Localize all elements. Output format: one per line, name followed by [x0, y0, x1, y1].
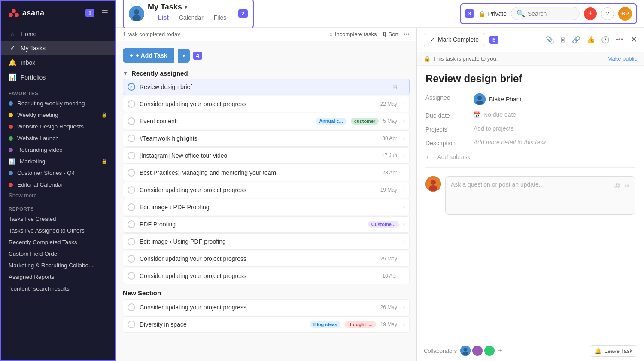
comment-input-row: Ask a question or post an update... @ ☺: [425, 176, 635, 215]
task-check-circle-2[interactable]: [128, 100, 135, 108]
bell-leave-icon: 🔔: [595, 348, 601, 354]
make-public-button[interactable]: Make public: [608, 55, 637, 62]
svg-point-10: [431, 180, 436, 185]
task-check-circle-13[interactable]: [128, 303, 135, 311]
sidebar-item-home[interactable]: ⌂ Home: [1, 27, 115, 41]
search-input[interactable]: [528, 10, 574, 17]
chevron-down-icon[interactable]: ▾: [185, 4, 187, 10]
main-content: My Tasks ▾ List Calendar Files 2 3 🔒 Pri…: [116, 0, 644, 361]
report-custom-field[interactable]: Custom Field Order: [1, 248, 115, 260]
fav-item-recruiting[interactable]: Recruiting weekly meeting: [1, 98, 115, 109]
add-to-projects-button[interactable]: Add to projects: [474, 125, 513, 132]
task-check-circle-10[interactable]: [128, 238, 135, 245]
task-row-pdf-proofing[interactable]: PDF Proofing Custome... ›: [123, 216, 410, 233]
thumbs-up-icon[interactable]: 👍: [586, 36, 595, 44]
task-row-review-design-brief[interactable]: ✓ Review design brief ⊞ ›: [123, 79, 410, 95]
task-check-circle-8[interactable]: [128, 203, 135, 211]
task-date: 16 Apr: [382, 273, 397, 279]
add-task-button[interactable]: + + Add Task: [123, 48, 174, 63]
task-row-consider-updating-2[interactable]: Consider updating your project progress …: [123, 182, 410, 198]
description-field[interactable]: Add more detail to this task...: [474, 139, 551, 146]
sort-button[interactable]: ⇅ Sort: [382, 31, 399, 37]
task-row-new-consider-updating[interactable]: Consider updating your project progress …: [123, 299, 410, 315]
detail-description-row: Description Add more detail to this task…: [425, 139, 635, 147]
task-row-instagram[interactable]: [Instagram] New office tour video 17 Jun…: [123, 147, 410, 164]
add-button[interactable]: +: [584, 7, 597, 20]
detail-badge-5: 5: [489, 36, 498, 44]
report-assigned-reports[interactable]: Assigned Reports: [1, 271, 115, 283]
report-recently-completed[interactable]: Recently Completed Tasks: [1, 236, 115, 248]
task-check-circle-5[interactable]: [128, 152, 135, 159]
task-row-edit-image-using-pdf[interactable]: Edit image ‹ Using PDF proofing ›: [123, 233, 410, 250]
task-check-circle[interactable]: ✓: [128, 83, 135, 91]
help-button[interactable]: ?: [601, 7, 614, 20]
fav-item-marketing[interactable]: 📊 Marketing 🔒: [1, 156, 115, 167]
task-row-event-content[interactable]: Event content: Annual c... customer 5 Ma…: [123, 113, 410, 129]
attachment-icon[interactable]: 📎: [546, 36, 554, 44]
task-date: 5 May: [383, 118, 397, 124]
report-content-search[interactable]: "content" search results: [1, 283, 115, 294]
task-check-circle-11[interactable]: [128, 255, 135, 263]
task-check-circle-12[interactable]: [128, 272, 135, 280]
recently-assigned-label: Recently assigned: [131, 70, 188, 77]
sidebar-item-mytasks[interactable]: ✓ My Tasks: [1, 41, 115, 55]
task-row-edit-image-pdf[interactable]: Edit image ‹ PDF Proofing ›: [123, 199, 410, 215]
tab-list[interactable]: List: [153, 12, 174, 24]
search-box[interactable]: 🔍: [511, 7, 580, 20]
tab-calendar[interactable]: Calendar: [174, 12, 209, 24]
task-row-best-practices[interactable]: Best Practices: Managing and mentoring y…: [123, 165, 410, 181]
task-check-circle-9[interactable]: [128, 220, 135, 228]
report-label: Custom Field Order: [9, 251, 59, 257]
add-task-dropdown-button[interactable]: ▾: [178, 49, 190, 63]
more-options-icon[interactable]: •••: [616, 36, 623, 43]
menu-icon[interactable]: ☰: [101, 8, 108, 18]
task-check-circle-3[interactable]: [128, 117, 135, 125]
task-name: [Instagram] New office tour video: [140, 152, 377, 159]
link-icon[interactable]: 🔗: [572, 36, 580, 44]
report-label: Tasks I've Created: [9, 216, 56, 222]
section-chevron-icon[interactable]: ▼: [123, 70, 128, 76]
due-date-value[interactable]: 📅 No due date: [474, 111, 516, 118]
fav-item-customer-stories[interactable]: Customer Stories - Q4: [1, 167, 115, 179]
task-check-circle-6[interactable]: [128, 169, 135, 177]
show-more-button[interactable]: Show more: [1, 190, 115, 202]
task-row-teamwork[interactable]: #Teamwork highlights 30 Apr ›: [123, 130, 410, 147]
sidebar-item-portfolios[interactable]: 📊 Portfolios: [1, 70, 115, 85]
incomplete-tasks-button[interactable]: ○ Incomplete tasks: [329, 31, 377, 37]
dot-green-icon: [9, 136, 13, 141]
clock-icon[interactable]: 🕐: [601, 36, 610, 44]
report-marketing-recruiting[interactable]: Marketing & Recruiting Collabo...: [1, 260, 115, 271]
close-button[interactable]: ✕: [631, 35, 637, 44]
task-date: 28 Apr: [382, 170, 397, 176]
detail-due-date-row: Due date 📅 No due date: [425, 111, 635, 119]
task-row-diversity[interactable]: Diversity in space Blog ideas thought l.…: [123, 316, 410, 333]
comment-box[interactable]: Ask a question or post an update... @ ☺: [445, 176, 635, 215]
mark-complete-button[interactable]: ✓ Mark Complete: [424, 33, 485, 46]
tab-files[interactable]: Files: [209, 12, 232, 24]
sidebar-badge-1: 1: [85, 9, 94, 17]
fav-item-website-design[interactable]: Website Design Requests: [1, 121, 115, 132]
subtask-icon[interactable]: ⊠: [560, 36, 566, 44]
report-tasks-assigned[interactable]: Tasks I've Assigned to Others: [1, 225, 115, 236]
fav-item-rebranding[interactable]: Rebranding video: [1, 144, 115, 156]
report-label: Assigned Reports: [9, 274, 55, 280]
task-check-circle-14[interactable]: [128, 321, 135, 328]
leave-task-button[interactable]: 🔔 Leave Task: [590, 345, 637, 357]
task-row-consider-updating-3[interactable]: Consider updating your project progress …: [123, 251, 410, 267]
fav-item-weekly[interactable]: Weekly meeting 🔒: [1, 109, 115, 121]
task-check-circle-7[interactable]: [128, 186, 135, 194]
report-tasks-created[interactable]: Tasks I've Created: [1, 213, 115, 225]
task-check-circle-4[interactable]: [128, 135, 135, 142]
more-options-button[interactable]: •••: [404, 31, 410, 37]
collaborators-label: Collaborators: [424, 348, 457, 354]
sidebar-item-inbox[interactable]: 🔔 Inbox: [1, 55, 115, 70]
add-subtask-button[interactable]: + + Add subtask: [425, 153, 635, 160]
task-chevron-icon: ›: [403, 273, 405, 279]
user-avatar-topbar[interactable]: BP: [618, 7, 632, 21]
fav-item-editorial[interactable]: Editorial Calendar: [1, 179, 115, 190]
add-collaborator-button[interactable]: +: [498, 347, 502, 355]
fav-item-website-launch[interactable]: Website Launch: [1, 132, 115, 144]
report-label: "content" search results: [9, 285, 70, 292]
task-row-consider-updating-4[interactable]: Consider updating your project progress …: [123, 268, 410, 284]
task-row-consider-updating-1[interactable]: Consider updating your project progress …: [123, 96, 410, 112]
